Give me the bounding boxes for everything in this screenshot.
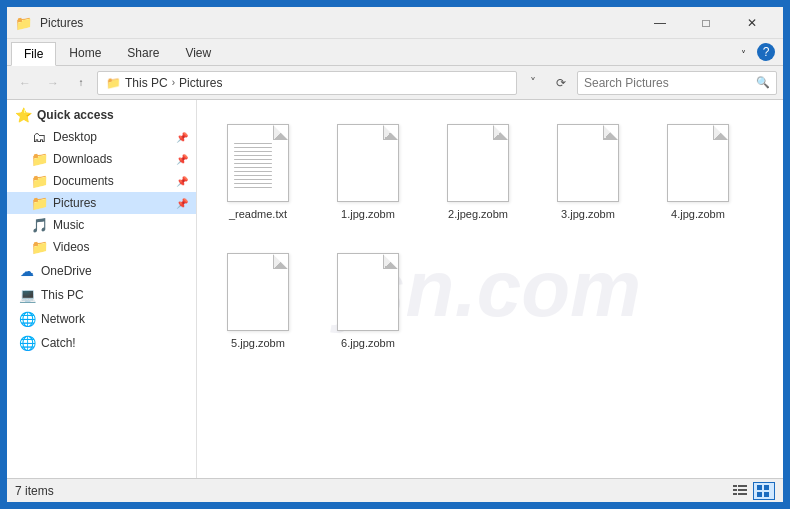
music-icon: 🎵 bbox=[31, 217, 47, 233]
sidebar-item-catch[interactable]: 🌐 Catch! bbox=[7, 332, 196, 354]
tab-file[interactable]: File bbox=[11, 42, 56, 66]
status-item-count: 7 items bbox=[15, 484, 54, 498]
file-icon-readme bbox=[222, 120, 294, 206]
pictures-label: Pictures bbox=[53, 196, 96, 210]
file-item-5[interactable]: 5.jpg.zobm bbox=[213, 245, 303, 354]
file-icon-1 bbox=[332, 120, 404, 206]
network-icon: 🌐 bbox=[19, 311, 35, 327]
search-box[interactable]: 🔍 bbox=[577, 71, 777, 95]
large-icon-view-button[interactable] bbox=[753, 482, 775, 500]
back-button[interactable]: ← bbox=[13, 71, 37, 95]
sidebar-item-desktop[interactable]: 🗂 Desktop 📌 bbox=[7, 126, 196, 148]
sidebar-section-catch: 🌐 Catch! bbox=[7, 332, 196, 354]
this-pc-label: This PC bbox=[41, 288, 84, 302]
title-bar: 📁 Pictures — □ ✕ bbox=[7, 7, 783, 39]
window-title: Pictures bbox=[40, 16, 83, 30]
file-name-1: 1.jpg.zobm bbox=[341, 208, 395, 221]
svg-rect-4 bbox=[733, 493, 737, 495]
up-button[interactable]: ↑ bbox=[69, 71, 93, 95]
network-label: Network bbox=[41, 312, 85, 326]
sidebar-item-videos[interactable]: 📁 Videos bbox=[7, 236, 196, 258]
svg-rect-5 bbox=[738, 493, 747, 495]
file-page-readme bbox=[227, 124, 289, 202]
sidebar-item-network[interactable]: 🌐 Network bbox=[7, 308, 196, 330]
cloud-icon: ☁ bbox=[19, 263, 35, 279]
sidebar-section-quick-access: ⭐ Quick access 🗂 Desktop 📌 📁 Downloads 📌… bbox=[7, 104, 196, 258]
file-item-1[interactable]: 1.jpg.zobm bbox=[323, 116, 413, 225]
window-icon: 📁 bbox=[15, 15, 32, 31]
catch-icon: 🌐 bbox=[19, 335, 35, 351]
files-grid: _readme.txt 1.jpg.zobm 2.jpeg.zobm bbox=[213, 116, 767, 354]
search-input[interactable] bbox=[584, 76, 752, 90]
file-page-1 bbox=[337, 124, 399, 202]
tab-home[interactable]: Home bbox=[56, 41, 114, 65]
file-lines-readme bbox=[234, 143, 272, 188]
pin-icon-downloads: 📌 bbox=[176, 154, 188, 165]
breadcrumb: This PC › Pictures bbox=[125, 76, 222, 90]
file-name-readme: _readme.txt bbox=[229, 208, 287, 221]
file-name-3: 3.jpg.zobm bbox=[561, 208, 615, 221]
file-item-3[interactable]: 3.jpg.zobm bbox=[543, 116, 633, 225]
sidebar-item-pictures[interactable]: 📁 Pictures 📌 bbox=[7, 192, 196, 214]
file-page-3 bbox=[557, 124, 619, 202]
file-icon-5 bbox=[222, 249, 294, 335]
view-buttons bbox=[729, 482, 775, 500]
file-item-4[interactable]: 4.jpg.zobm bbox=[653, 116, 743, 225]
list-view-button[interactable] bbox=[729, 482, 751, 500]
sidebar-item-onedrive[interactable]: ☁ OneDrive bbox=[7, 260, 196, 282]
tab-view[interactable]: View bbox=[172, 41, 224, 65]
sidebar-item-documents[interactable]: 📁 Documents 📌 bbox=[7, 170, 196, 192]
address-bar: ← → ↑ 📁 This PC › Pictures ˅ ⟳ 🔍 bbox=[7, 66, 783, 100]
onedrive-label: OneDrive bbox=[41, 264, 92, 278]
file-item-readme[interactable]: _readme.txt bbox=[213, 116, 303, 225]
sidebar-item-music[interactable]: 🎵 Music bbox=[7, 214, 196, 236]
svg-rect-8 bbox=[757, 492, 762, 497]
forward-button[interactable]: → bbox=[41, 71, 65, 95]
pictures-icon: 📁 bbox=[31, 195, 47, 211]
close-button[interactable]: ✕ bbox=[729, 7, 775, 39]
file-icon-3 bbox=[552, 120, 624, 206]
file-icon-2 bbox=[442, 120, 514, 206]
file-name-4: 4.jpg.zobm bbox=[671, 208, 725, 221]
sidebar-section-this-pc: 💻 This PC bbox=[7, 284, 196, 306]
star-icon: ⭐ bbox=[15, 107, 31, 123]
ribbon-chevron[interactable]: ˅ bbox=[734, 44, 753, 65]
music-label: Music bbox=[53, 218, 84, 232]
file-item-6[interactable]: 6.jpg.zobm bbox=[323, 245, 413, 354]
help-button[interactable]: ? bbox=[757, 43, 775, 61]
address-path[interactable]: 📁 This PC › Pictures bbox=[97, 71, 517, 95]
refresh-button[interactable]: ⟳ bbox=[549, 71, 573, 95]
breadcrumb-pictures[interactable]: Pictures bbox=[179, 76, 222, 90]
window-controls: — □ ✕ bbox=[637, 7, 775, 39]
svg-rect-7 bbox=[764, 485, 769, 490]
sidebar-item-this-pc[interactable]: 💻 This PC bbox=[7, 284, 196, 306]
breadcrumb-this-pc[interactable]: This PC bbox=[125, 76, 168, 90]
svg-rect-2 bbox=[733, 489, 737, 491]
minimize-button[interactable]: — bbox=[637, 7, 683, 39]
title-bar-title: Pictures bbox=[40, 16, 637, 30]
explorer-window: 📁 Pictures — □ ✕ File Home Share View ˅ … bbox=[5, 5, 785, 504]
dropdown-button[interactable]: ˅ bbox=[521, 71, 545, 95]
documents-icon: 📁 bbox=[31, 173, 47, 189]
pin-icon-documents: 📌 bbox=[176, 176, 188, 187]
title-bar-icons: 📁 bbox=[15, 15, 32, 31]
sidebar-section-network: 🌐 Network bbox=[7, 308, 196, 330]
pin-icon-pictures: 📌 bbox=[176, 198, 188, 209]
pc-icon: 💻 bbox=[19, 287, 35, 303]
file-area: jsn.com bbox=[197, 100, 783, 478]
tab-share[interactable]: Share bbox=[114, 41, 172, 65]
catch-label: Catch! bbox=[41, 336, 76, 350]
maximize-button[interactable]: □ bbox=[683, 7, 729, 39]
desktop-label: Desktop bbox=[53, 130, 97, 144]
videos-label: Videos bbox=[53, 240, 89, 254]
sidebar-item-quick-access[interactable]: ⭐ Quick access bbox=[7, 104, 196, 126]
file-name-6: 6.jpg.zobm bbox=[341, 337, 395, 350]
sidebar-item-downloads[interactable]: 📁 Downloads 📌 bbox=[7, 148, 196, 170]
downloads-label: Downloads bbox=[53, 152, 112, 166]
downloads-icon: 📁 bbox=[31, 151, 47, 167]
main-content: ⭐ Quick access 🗂 Desktop 📌 📁 Downloads 📌… bbox=[7, 100, 783, 478]
sidebar: ⭐ Quick access 🗂 Desktop 📌 📁 Downloads 📌… bbox=[7, 100, 197, 478]
file-item-2[interactable]: 2.jpeg.zobm bbox=[433, 116, 523, 225]
search-icon: 🔍 bbox=[756, 76, 770, 89]
file-name-2: 2.jpeg.zobm bbox=[448, 208, 508, 221]
